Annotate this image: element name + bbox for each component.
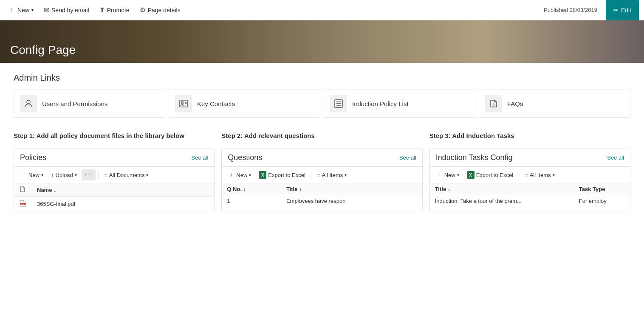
task-type-cell: For employ xyxy=(574,195,630,207)
questions-export-button[interactable]: X Export to Excel xyxy=(256,169,308,180)
policies-title: Policies xyxy=(20,153,46,162)
policies-table: Name ↓ PDF 3 xyxy=(14,183,214,211)
questions-all-items-button[interactable]: ≡ All Items ▾ xyxy=(314,170,350,180)
admin-links-section: Admin Links Users and Permissions xyxy=(14,73,630,118)
policies-panel: Policies See all ＋ New ▾ ↑ Upload ▾ ··· xyxy=(14,149,215,211)
page-details-label: Page details xyxy=(148,7,181,14)
edit-label: Edit xyxy=(621,7,631,14)
plus-icon: ＋ xyxy=(229,171,234,179)
questions-new-label: New xyxy=(236,172,247,178)
tasks-all-items-button[interactable]: ≡ All Items ▾ xyxy=(522,170,557,180)
faqs-icon: ? xyxy=(485,95,502,112)
induction-tasks-see-all[interactable]: See all xyxy=(607,154,624,161)
page-details-button[interactable]: ⚙ Page details xyxy=(136,4,184,16)
step-2: Step 2: Add relevant questions xyxy=(221,131,422,140)
policies-header: Policies See all xyxy=(14,149,214,167)
plus-icon: ＋ xyxy=(8,6,15,14)
toolbar-separator xyxy=(311,171,311,179)
policies-new-button[interactable]: ＋ New ▾ xyxy=(18,169,46,180)
admin-link-contacts[interactable]: Key Contacts xyxy=(169,90,320,118)
admin-links-grid: Users and Permissions Key Contacts xyxy=(14,90,630,118)
questions-table: Q No. ↓ Title ↓ 1 Employees have respon xyxy=(222,183,422,207)
step-3: Step 3: Add Induction Tasks xyxy=(429,131,630,140)
tasks-new-label: New xyxy=(444,172,455,178)
edit-button[interactable]: ✏ Edit xyxy=(606,0,639,20)
users-icon xyxy=(20,95,37,112)
induction-tasks-table: Title ↓ Task Type Induction: Take a tour… xyxy=(430,183,630,207)
file-name-cell[interactable]: 365SG-final.pdf xyxy=(32,197,214,211)
key-contacts-label: Key Contacts xyxy=(197,100,235,107)
all-items-label: All Items xyxy=(322,172,343,178)
task-title-cell[interactable]: Induction: Take a tour of the prem... xyxy=(430,195,574,207)
policies-see-all[interactable]: See all xyxy=(192,154,209,161)
svg-point-2 xyxy=(181,102,184,104)
policies-more-button[interactable]: ··· xyxy=(82,169,96,180)
step-1: Step 1: Add all policy document files in… xyxy=(14,131,215,140)
new-dropdown-arrow: ▾ xyxy=(41,173,43,177)
questions-title: Questions xyxy=(228,153,262,162)
tasks-export-button[interactable]: X Export to Excel xyxy=(464,169,516,180)
title-col[interactable]: Title ↓ xyxy=(281,183,422,195)
task-title-col[interactable]: Title ↓ xyxy=(430,183,574,195)
question-row: 1 Employees have respon xyxy=(222,195,422,207)
policies-row: PDF 365SG-final.pdf xyxy=(14,197,214,211)
upload-dropdown-arrow: ▾ xyxy=(75,173,77,177)
induction-tasks-title: Induction Tasks Config xyxy=(436,153,513,162)
new-label: New xyxy=(17,7,29,14)
page-title: Config Page xyxy=(10,43,76,57)
new-dropdown-arrow: ▾ xyxy=(31,8,34,12)
gear-icon: ⚙ xyxy=(140,6,146,14)
send-by-email-label: Send by email xyxy=(51,7,89,14)
induction-policy-label: Induction Policy List xyxy=(352,100,409,107)
promote-label: Promote xyxy=(107,7,130,14)
plus-icon: ＋ xyxy=(437,171,443,179)
policies-all-docs-button[interactable]: ≡ All Documents ▾ xyxy=(101,170,151,180)
excel-icon: X xyxy=(467,171,475,179)
policies-col-name[interactable]: Name ↓ xyxy=(32,183,214,197)
export-excel-label: Export to Excel xyxy=(268,172,305,178)
items-dropdown-arrow: ▾ xyxy=(345,173,347,177)
edit-pencil-icon: ✏ xyxy=(613,7,619,14)
questions-header: Questions See all xyxy=(222,149,422,167)
file-icon-cell: PDF xyxy=(14,197,32,211)
admin-link-faqs[interactable]: ? FAQs xyxy=(479,90,630,118)
toolbar-separator xyxy=(519,171,519,179)
toolbar-separator xyxy=(98,171,99,179)
docs-dropdown-arrow: ▾ xyxy=(146,173,148,177)
admin-link-users[interactable]: Users and Permissions xyxy=(14,90,165,118)
step-3-title: Step 3: Add Induction Tasks xyxy=(429,131,630,140)
policies-new-label: New xyxy=(28,172,40,178)
induction-task-row: Induction: Take a tour of the prem... Fo… xyxy=(430,195,630,207)
list-icon: ≡ xyxy=(317,172,320,178)
induction-tasks-toolbar: ＋ New ▾ X Export to Excel ≡ All Items ▾ xyxy=(430,167,630,183)
main-content: Admin Links Users and Permissions xyxy=(0,63,644,222)
policies-upload-label: Upload xyxy=(56,172,73,178)
step-2-title: Step 2: Add relevant questions xyxy=(221,131,422,140)
task-type-col[interactable]: Task Type xyxy=(574,183,630,195)
policies-col-icon xyxy=(14,183,32,197)
admin-link-policy[interactable]: Induction Policy List xyxy=(324,90,475,118)
svg-text:?: ? xyxy=(493,103,494,106)
step-1-title: Step 1: Add all policy document files in… xyxy=(14,131,215,140)
induction-tasks-header: Induction Tasks Config See all xyxy=(430,149,630,167)
send-by-email-button[interactable]: ✉ Send by email xyxy=(40,4,93,16)
q-title-cell[interactable]: Employees have respon xyxy=(281,195,422,207)
questions-see-all[interactable]: See all xyxy=(399,154,416,161)
users-permissions-label: Users and Permissions xyxy=(42,100,107,107)
steps-section: Step 1: Add all policy document files in… xyxy=(14,131,630,140)
q-no-col[interactable]: Q No. ↓ xyxy=(222,183,281,195)
tasks-all-items-label: All Items xyxy=(530,172,551,178)
tasks-new-button[interactable]: ＋ New ▾ xyxy=(434,169,462,180)
questions-new-button[interactable]: ＋ New ▾ xyxy=(226,169,254,180)
policies-upload-button[interactable]: ↑ Upload ▾ xyxy=(48,170,80,180)
promote-button[interactable]: ⬆ Promote xyxy=(96,4,133,16)
questions-panel: Questions See all ＋ New ▾ X Export to Ex… xyxy=(221,149,422,211)
more-dots-icon: ··· xyxy=(85,171,93,179)
list-icon: ≡ xyxy=(104,172,107,178)
panels-section: Policies See all ＋ New ▾ ↑ Upload ▾ ··· xyxy=(14,149,630,211)
upload-icon: ↑ xyxy=(51,172,54,178)
policy-icon xyxy=(330,95,347,112)
new-button[interactable]: ＋ New ▾ xyxy=(5,4,37,16)
items-dropdown-arrow: ▾ xyxy=(553,173,555,177)
plus-icon: ＋ xyxy=(21,171,27,179)
